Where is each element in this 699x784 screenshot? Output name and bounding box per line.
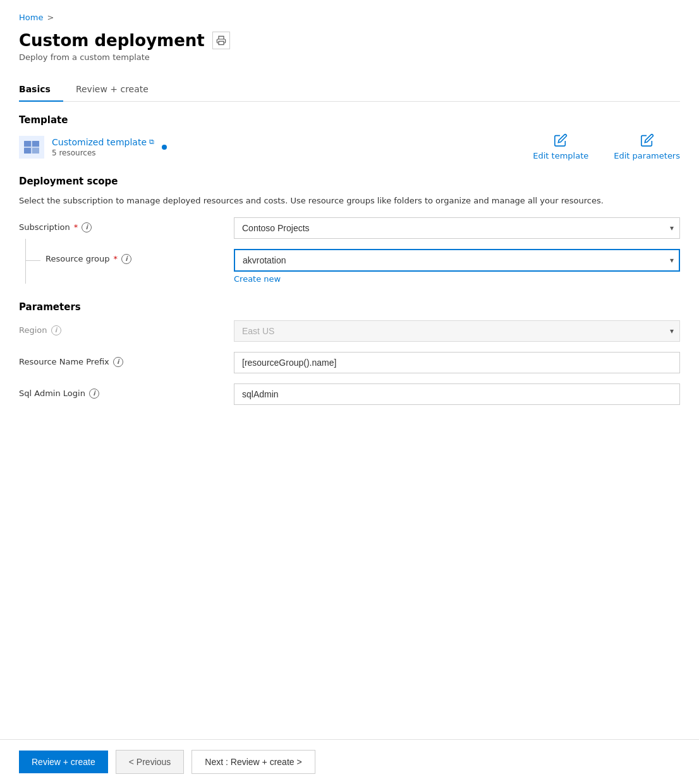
region-field: Region i East US ▾ bbox=[19, 320, 680, 342]
region-select-wrapper: East US ▾ bbox=[234, 320, 680, 342]
resource-group-required: * bbox=[114, 254, 118, 263]
template-resources: 5 resources bbox=[52, 148, 154, 157]
region-info-icon[interactable]: i bbox=[51, 325, 61, 335]
region-label-col: Region i bbox=[19, 320, 234, 335]
region-label: Region bbox=[19, 325, 47, 335]
svg-rect-3 bbox=[32, 141, 39, 147]
deployment-scope-section: Deployment scope Select the subscription… bbox=[19, 176, 680, 284]
page-subtitle: Deploy from a custom template bbox=[19, 52, 680, 62]
sql-admin-login-input[interactable] bbox=[234, 383, 680, 405]
previous-button[interactable]: < Previous bbox=[116, 750, 185, 774]
dot-indicator bbox=[162, 145, 167, 150]
tab-basics[interactable]: Basics bbox=[19, 78, 63, 102]
template-icon bbox=[19, 136, 44, 159]
region-control: East US ▾ bbox=[234, 320, 680, 342]
footer: Review + create < Previous Next : Review… bbox=[0, 739, 699, 784]
resource-group-select-wrapper: akvrotation ▾ bbox=[234, 249, 680, 272]
template-actions: Edit template Edit parameters bbox=[533, 133, 680, 160]
indent-horizontal-line bbox=[25, 260, 40, 261]
template-info: Customized template ⧉ 5 resources bbox=[19, 136, 167, 159]
parameters-section-title: Parameters bbox=[19, 301, 680, 313]
subscription-label-col: Subscription * i bbox=[19, 217, 234, 232]
sql-admin-login-field: Sql Admin Login i bbox=[19, 383, 680, 405]
template-row: Customized template ⧉ 5 resources Edit t… bbox=[19, 133, 680, 160]
edit-template-button[interactable]: Edit template bbox=[533, 133, 588, 160]
page-header: Custom deployment bbox=[19, 31, 680, 50]
print-icon[interactable] bbox=[212, 32, 230, 49]
sql-admin-login-label-col: Sql Admin Login i bbox=[19, 383, 234, 399]
external-link-icon: ⧉ bbox=[149, 138, 154, 146]
scope-description: Select the subscription to manage deploy… bbox=[19, 195, 680, 207]
page-title: Custom deployment bbox=[19, 31, 205, 50]
resource-name-prefix-info-icon[interactable]: i bbox=[113, 357, 123, 367]
sql-admin-login-label: Sql Admin Login bbox=[19, 389, 85, 398]
review-create-button[interactable]: Review + create bbox=[19, 751, 108, 773]
subscription-field: Subscription * i Contoso Projects ▾ bbox=[19, 217, 680, 239]
resource-name-prefix-input[interactable] bbox=[234, 352, 680, 373]
home-link[interactable]: Home bbox=[19, 13, 43, 22]
subscription-label: Subscription bbox=[19, 222, 70, 232]
template-section-title: Template bbox=[19, 114, 680, 126]
resource-name-prefix-control bbox=[234, 352, 680, 373]
subscription-select-wrapper: Contoso Projects ▾ bbox=[234, 217, 680, 239]
template-details: Customized template ⧉ 5 resources bbox=[52, 137, 154, 157]
resource-group-label-inner: Resource group * i bbox=[46, 254, 131, 264]
template-name[interactable]: Customized template ⧉ bbox=[52, 137, 154, 147]
svg-rect-4 bbox=[24, 148, 31, 154]
tabs: Basics Review + create bbox=[19, 77, 680, 102]
sql-admin-login-info-icon[interactable]: i bbox=[89, 389, 99, 399]
svg-rect-0 bbox=[219, 41, 224, 44]
region-select: East US bbox=[234, 320, 680, 342]
resource-name-prefix-label: Resource Name Prefix bbox=[19, 357, 109, 366]
resource-group-control: akvrotation ▾ Create new bbox=[234, 249, 680, 284]
deployment-scope-title: Deployment scope bbox=[19, 176, 680, 187]
parameters-section: Parameters Region i East US ▾ Resource N… bbox=[19, 301, 680, 405]
subscription-required: * bbox=[74, 222, 78, 232]
resource-group-info-icon[interactable]: i bbox=[121, 254, 131, 264]
resource-name-prefix-field: Resource Name Prefix i bbox=[19, 352, 680, 373]
breadcrumb: Home > bbox=[19, 13, 680, 22]
edit-parameters-button[interactable]: Edit parameters bbox=[614, 133, 680, 160]
indent-vertical-line bbox=[25, 239, 26, 284]
resource-group-row: Resource group * i akvrotation ▾ Create … bbox=[19, 249, 680, 284]
subscription-control: Contoso Projects ▾ bbox=[234, 217, 680, 239]
sql-admin-login-control bbox=[234, 383, 680, 405]
subscription-select[interactable]: Contoso Projects bbox=[234, 217, 680, 239]
resource-name-prefix-label-col: Resource Name Prefix i bbox=[19, 352, 234, 367]
subscription-info-icon[interactable]: i bbox=[82, 222, 92, 232]
resource-group-label-col: Resource group * i bbox=[19, 249, 234, 284]
svg-rect-2 bbox=[24, 141, 31, 147]
resource-group-select[interactable]: akvrotation bbox=[234, 249, 680, 272]
svg-rect-5 bbox=[32, 148, 39, 154]
next-button[interactable]: Next : Review + create > bbox=[191, 750, 315, 774]
resource-group-label: Resource group bbox=[46, 254, 110, 263]
tab-review-create[interactable]: Review + create bbox=[76, 78, 161, 102]
template-section: Template Customized template ⧉ bbox=[19, 114, 680, 160]
create-new-link[interactable]: Create new bbox=[234, 274, 680, 284]
breadcrumb-separator: > bbox=[47, 13, 54, 22]
